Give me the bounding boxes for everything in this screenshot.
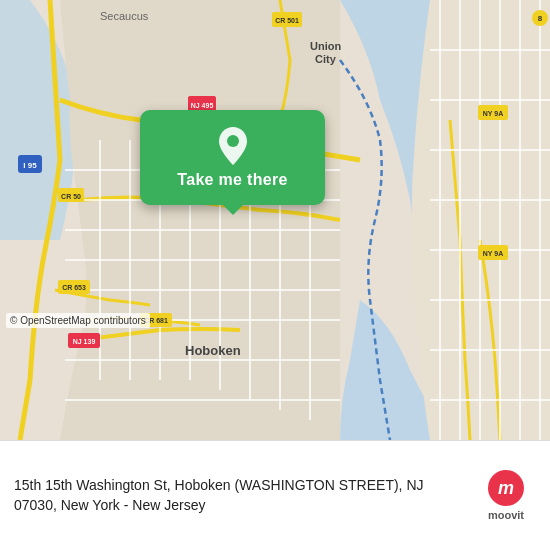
bottom-bar: 15th 15th Washington St, Hoboken (WASHIN…	[0, 440, 550, 550]
svg-text:CR 501: CR 501	[275, 17, 299, 24]
osm-attribution: © OpenStreetMap contributors	[6, 313, 150, 328]
map-svg: I 95 NJ 495 CR 501 CR 50 NY 9A NY 9A CR …	[0, 0, 550, 440]
svg-text:Secaucus: Secaucus	[100, 10, 149, 22]
location-pin-icon	[217, 127, 249, 165]
take-me-there-label: Take me there	[177, 171, 287, 189]
svg-text:Hoboken: Hoboken	[185, 343, 241, 358]
svg-text:Union: Union	[310, 40, 341, 52]
svg-text:I 95: I 95	[23, 161, 37, 170]
svg-text:City: City	[315, 53, 337, 65]
moovit-icon-circle: m	[488, 470, 524, 506]
svg-point-55	[227, 135, 239, 147]
svg-text:NJ 139: NJ 139	[73, 338, 96, 345]
map-container: I 95 NJ 495 CR 501 CR 50 NY 9A NY 9A CR …	[0, 0, 550, 440]
svg-text:NY 9A: NY 9A	[483, 250, 504, 257]
svg-text:NY 9A: NY 9A	[483, 110, 504, 117]
svg-text:CR 653: CR 653	[62, 284, 86, 291]
svg-text:8: 8	[538, 14, 543, 23]
svg-text:CR 50: CR 50	[61, 193, 81, 200]
moovit-logo: m moovit	[476, 470, 536, 521]
moovit-m-letter: m	[498, 478, 514, 499]
svg-text:NJ 495: NJ 495	[191, 102, 214, 109]
address-text: 15th 15th Washington St, Hoboken (WASHIN…	[14, 476, 464, 515]
take-me-there-button[interactable]: Take me there	[140, 110, 325, 205]
moovit-label: moovit	[488, 509, 524, 521]
